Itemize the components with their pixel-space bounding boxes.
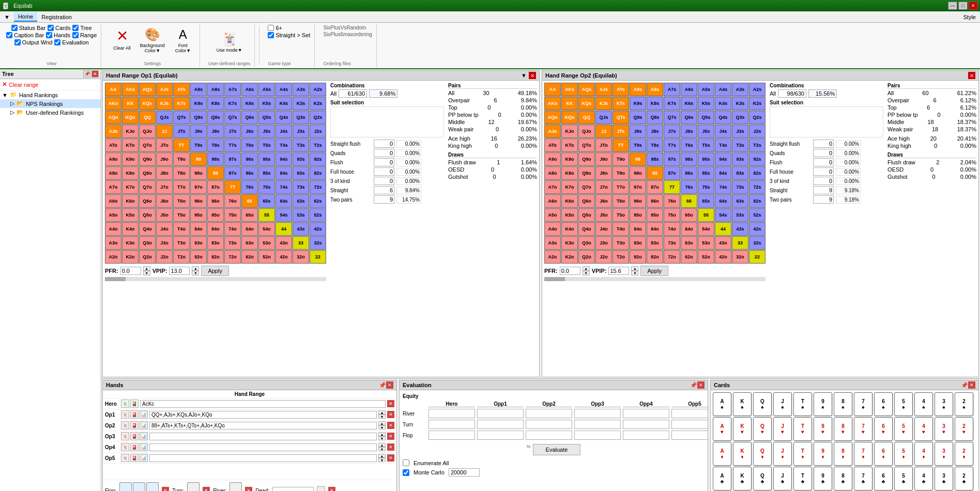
grid-cell-94s[interactable]: 94s (275, 152, 292, 166)
grid-cell-JJ[interactable]: JJ (156, 125, 173, 138)
op2-hand-input[interactable] (149, 422, 377, 429)
grid-cell-32o[interactable]: 32o (293, 250, 309, 264)
hero-clear-button[interactable]: ✕ (387, 400, 394, 407)
close-button[interactable]: ✕ (969, 2, 978, 10)
grid-cell-32s[interactable]: 32s (749, 236, 765, 250)
dead-clear[interactable]: ✕ (328, 487, 335, 491)
grid-cell-J7o[interactable]: J7o (595, 180, 612, 194)
card-T♥[interactable]: T♥ (793, 417, 812, 441)
grid-cell-A7o[interactable]: A7o (105, 180, 121, 194)
river-opp2-input[interactable] (526, 409, 572, 418)
op2-vpip-spinner[interactable]: ▲ ▼ (631, 266, 638, 275)
grid-cell-T2s[interactable]: T2s (310, 139, 326, 152)
grid-cell-72o[interactable]: 72o (224, 250, 241, 264)
six-plus-checkbox[interactable]: 6+ (268, 25, 282, 31)
grid-cell-A9o[interactable]: A9o (544, 152, 561, 166)
grid-cell-73o[interactable]: 73o (224, 236, 241, 250)
cards-close-button[interactable]: ✕ (968, 381, 975, 389)
grid-cell-54o[interactable]: 54o (698, 222, 714, 236)
op3-hand-clear[interactable]: ✕ (387, 433, 394, 440)
grid-cell-JTo[interactable]: JTo (595, 139, 612, 152)
grid-cell-K6s[interactable]: K6s (681, 97, 697, 110)
minimize-button[interactable]: — (948, 2, 957, 10)
grid-cell-Q3s[interactable]: Q3s (732, 111, 748, 124)
op1-scrollbar[interactable] (105, 277, 326, 281)
grid-cell-83o[interactable]: 83o (207, 236, 224, 250)
grid-cell-A2s[interactable]: A2s (749, 83, 765, 96)
card-K♠[interactable]: K♠ (733, 392, 752, 416)
grid-cell-K8o[interactable]: K8o (561, 166, 578, 180)
grid-cell-54s[interactable]: 54s (275, 208, 292, 222)
grid-cell-AKo[interactable]: AKo (105, 97, 121, 110)
grid-cell-J3s[interactable]: J3s (293, 125, 309, 138)
enumerate-all-checkbox[interactable] (403, 459, 409, 466)
grid-cell-KTo[interactable]: KTo (561, 139, 578, 152)
grid-cell-73o[interactable]: 73o (664, 236, 680, 250)
grid-cell-43o[interactable]: 43o (715, 236, 731, 250)
grid-cell-K7o[interactable]: K7o (122, 180, 139, 194)
grid-cell-K3o[interactable]: K3o (122, 236, 139, 250)
op1-fh-input[interactable] (374, 167, 394, 176)
op1-all-input[interactable] (339, 89, 367, 98)
grid-cell-JTs[interactable]: JTs (612, 125, 629, 138)
op3-suit-btn-1[interactable]: 🃏 (121, 432, 129, 440)
grid-cell-AQs[interactable]: AQs (578, 83, 595, 96)
op5-hand-clear[interactable]: ✕ (387, 454, 394, 462)
grid-cell-77[interactable]: 77 (224, 180, 241, 194)
grid-cell-T8s[interactable]: T8s (647, 139, 663, 152)
grid-cell-J4s[interactable]: J4s (715, 125, 731, 138)
card-K♦[interactable]: K♦ (733, 442, 752, 466)
grid-cell-QTo[interactable]: QTo (578, 139, 595, 152)
grid-cell-AJo[interactable]: AJo (105, 125, 121, 138)
grid-cell-82s[interactable]: 82s (310, 166, 326, 180)
grid-cell-74o[interactable]: 74o (664, 222, 680, 236)
grid-cell-Q8o[interactable]: Q8o (578, 166, 595, 180)
tree-close-button[interactable]: ✕ (91, 70, 99, 78)
op2-3k-input[interactable] (813, 177, 834, 185)
grid-cell-ATo[interactable]: ATo (544, 139, 561, 152)
grid-cell-Q4o[interactable]: Q4o (139, 222, 156, 236)
card-4♣[interactable]: 4♣ (914, 467, 933, 490)
grid-cell-A4s[interactable]: A4s (275, 83, 292, 96)
grid-cell-96o[interactable]: 96o (190, 194, 207, 208)
card-3♣[interactable]: 3♣ (935, 467, 953, 490)
card-2♠[interactable]: 2♠ (955, 392, 973, 416)
op5-hand-input[interactable] (149, 454, 377, 462)
grid-cell-J9o[interactable]: J9o (595, 152, 612, 166)
turn-opp4-input[interactable] (623, 420, 669, 429)
grid-cell-J8o[interactable]: J8o (156, 166, 173, 180)
status-bar-checkbox[interactable]: Status Bar (11, 25, 45, 31)
grid-cell-87s[interactable]: 87s (224, 166, 241, 180)
card-K♣[interactable]: K♣ (733, 467, 752, 490)
grid-cell-44[interactable]: 44 (275, 222, 292, 236)
card-9♣[interactable]: 9♣ (814, 467, 832, 490)
grid-cell-A6s[interactable]: A6s (241, 83, 258, 96)
hero-hand-input[interactable] (140, 400, 386, 408)
grid-cell-Q6o[interactable]: Q6o (139, 194, 156, 208)
grid-cell-Q9o[interactable]: Q9o (578, 152, 595, 166)
card-8♦[interactable]: 8♦ (834, 442, 852, 466)
grid-cell-65o[interactable]: 65o (681, 208, 697, 222)
grid-cell-J6o[interactable]: J6o (595, 194, 612, 208)
grid-cell-A7s[interactable]: A7s (224, 83, 241, 96)
grid-cell-QQ[interactable]: QQ (139, 111, 156, 124)
maximize-button[interactable]: □ (958, 2, 968, 10)
grid-cell-95s[interactable]: 95s (258, 152, 275, 166)
card-Q♠[interactable]: Q♠ (753, 392, 772, 416)
card-T♣[interactable]: T♣ (793, 467, 812, 490)
grid-cell-22[interactable]: 22 (310, 250, 326, 264)
grid-cell-K7s[interactable]: K7s (224, 97, 241, 110)
turn-opp1-input[interactable] (477, 420, 524, 429)
op5-input-up[interactable]: ▲ (378, 454, 386, 458)
grid-cell-K6o[interactable]: K6o (122, 194, 139, 208)
grid-cell-88[interactable]: 88 (647, 166, 663, 180)
grid-cell-Q5o[interactable]: Q5o (139, 208, 156, 222)
grid-cell-T3o[interactable]: T3o (173, 236, 190, 250)
card-3♠[interactable]: 3♠ (935, 392, 953, 416)
grid-cell-62o[interactable]: 62o (681, 250, 697, 264)
grid-cell-Q8s[interactable]: Q8s (207, 111, 224, 124)
grid-cell-73s[interactable]: 73s (732, 180, 748, 194)
op5-suit-btn-2[interactable]: 🎴 (130, 454, 139, 462)
grid-cell-T7s[interactable]: T7s (664, 139, 680, 152)
grid-cell-33[interactable]: 33 (732, 236, 748, 250)
